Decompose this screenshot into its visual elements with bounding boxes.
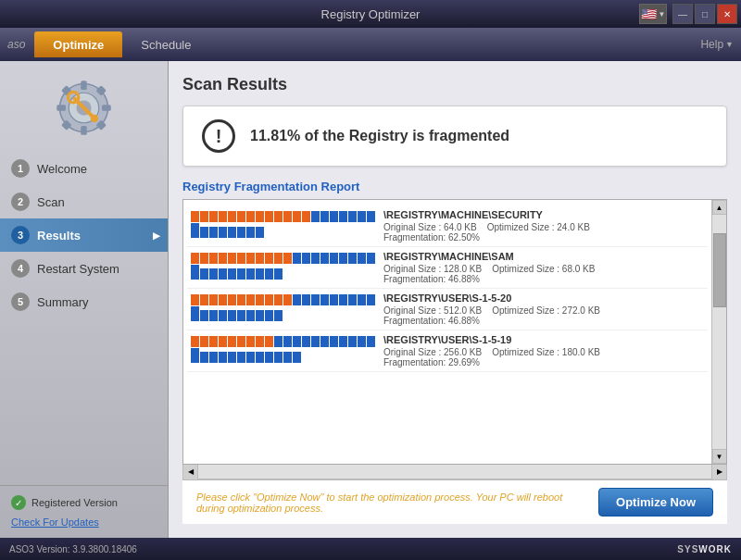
bar-cell xyxy=(293,352,301,363)
optimize-now-button[interactable]: Optimize Now xyxy=(598,488,713,516)
bar-cell xyxy=(228,310,236,321)
blue-bar-row-1 xyxy=(191,226,376,239)
scroll-right-button[interactable]: ▶ xyxy=(711,465,726,479)
bar-cell xyxy=(330,253,338,264)
orange-bar-row-2 xyxy=(191,253,376,266)
scroll-down-button[interactable]: ▼ xyxy=(712,449,727,464)
report-title: Registry Fragmentation Report xyxy=(182,180,727,193)
language-flag-button[interactable]: 🇺🇸 ▼ xyxy=(639,4,667,24)
brand-logo: SYSWORK xyxy=(677,544,732,554)
version-text: ASO3 Version: 3.9.3800.18406 xyxy=(9,544,137,554)
report-scrollbar[interactable]: ▲ ▼ xyxy=(711,200,726,464)
help-chevron-icon: ▼ xyxy=(725,40,734,49)
bar-cell xyxy=(237,310,245,321)
bar-cell xyxy=(348,336,357,347)
bar-cell xyxy=(358,253,366,264)
entry-3-details: Original Size : 512.0 KB Optimized Size … xyxy=(383,305,704,316)
bar-cell xyxy=(219,211,227,222)
bar-cell xyxy=(200,268,208,280)
check-updates-link[interactable]: Check For Updates xyxy=(11,516,99,528)
window-controls: — □ ✕ xyxy=(672,4,737,24)
nav-brand: aso xyxy=(7,38,25,51)
bar-cell xyxy=(265,253,273,264)
bar-cell xyxy=(293,211,301,222)
bar-cell xyxy=(209,227,218,238)
warning-icon: ! xyxy=(202,119,235,153)
bar-cell xyxy=(219,268,227,280)
bar-cell xyxy=(256,352,264,363)
bar-cell xyxy=(330,294,338,305)
help-link[interactable]: Help ▼ xyxy=(700,38,734,51)
chevron-right-icon: ▶ xyxy=(153,230,160,241)
tab-schedule[interactable]: Schedule xyxy=(122,31,209,57)
alert-text: 11.81% of the Registry is fragmented xyxy=(250,128,509,144)
bar-cell xyxy=(256,310,264,321)
sidebar: 1 Welcome 2 Scan 3 Results ▶ 4 Restart S… xyxy=(0,61,169,538)
entry-4-info: \REGISTRY\USER\S-1-5-19 Original Size : … xyxy=(383,334,704,367)
report-section: Registry Fragmentation Report xyxy=(182,180,727,479)
entry-2-frag: Fragmentation: 46.88% xyxy=(383,274,704,284)
entry-1-path: \REGISTRY\MACHINE\SECURITY xyxy=(383,209,704,220)
bar-cell xyxy=(228,211,236,222)
bar-cell xyxy=(209,253,218,264)
bar-cell xyxy=(330,211,338,222)
sidebar-item-restart[interactable]: 4 Restart System xyxy=(0,252,168,285)
bar-cell xyxy=(219,336,227,347)
bar-cell xyxy=(200,310,208,321)
brand-suffix: WORK xyxy=(698,544,732,554)
bar-cell xyxy=(265,310,273,321)
bar-cell xyxy=(274,268,283,280)
horizontal-scrollbar[interactable]: ◀ ▶ xyxy=(182,465,727,479)
scroll-left-button[interactable]: ◀ xyxy=(183,465,198,479)
bar-cell xyxy=(191,336,199,347)
bar-cell xyxy=(209,268,218,280)
minimize-button[interactable]: — xyxy=(672,4,693,24)
sidebar-item-welcome[interactable]: 1 Welcome xyxy=(0,152,168,185)
sidebar-item-summary[interactable]: 5 Summary xyxy=(0,285,168,318)
bar-cell xyxy=(237,211,245,222)
bar-cell xyxy=(237,336,245,347)
page-title: Scan Results xyxy=(182,75,727,94)
bar-cell xyxy=(265,294,273,305)
bar-cell xyxy=(274,310,283,321)
sidebar-num-1: 1 xyxy=(11,159,30,178)
sidebar-logo xyxy=(0,68,168,147)
maximize-button[interactable]: □ xyxy=(695,4,715,24)
bar-cell xyxy=(293,253,301,264)
bar-cell xyxy=(219,352,227,363)
registry-entry-3: \REGISTRY\USER\S-1-5-20 Original Size : … xyxy=(187,289,708,330)
bar-cell xyxy=(358,336,366,347)
bar-cell xyxy=(191,227,199,238)
sidebar-label-welcome: Welcome xyxy=(37,162,87,176)
scroll-up-button[interactable]: ▲ xyxy=(712,200,727,215)
registered-badge: ✓ Registered Version xyxy=(11,495,157,510)
bar-cell xyxy=(256,227,264,238)
bar-cell xyxy=(302,211,310,222)
bar-cell xyxy=(274,211,283,222)
bar-cell xyxy=(219,310,227,321)
entry-3-frag: Fragmentation: 46.88% xyxy=(383,316,704,326)
entry-1-bars xyxy=(191,209,376,243)
bar-cell xyxy=(283,253,292,264)
bar-cell xyxy=(191,253,199,264)
sidebar-item-results[interactable]: 3 Results ▶ xyxy=(0,218,168,252)
entry-1-details: Original Size : 64.0 KB Optimized Size :… xyxy=(383,222,704,232)
check-icon: ✓ xyxy=(11,495,26,510)
title-bar: Registry Optimizer 🇺🇸 ▼ — □ ✕ xyxy=(0,0,741,28)
report-scroll-content[interactable]: \REGISTRY\MACHINE\SECURITY Original Size… xyxy=(183,200,711,464)
svg-rect-4 xyxy=(81,126,87,135)
bar-cell xyxy=(265,268,273,280)
bar-cell xyxy=(348,253,357,264)
scrollbar-thumb[interactable] xyxy=(713,233,726,307)
sidebar-item-scan[interactable]: 2 Scan xyxy=(0,185,168,218)
sidebar-label-results: Results xyxy=(37,229,81,243)
entry-2-path: \REGISTRY\MACHINE\SAM xyxy=(383,251,704,262)
close-button[interactable]: ✕ xyxy=(717,4,737,24)
main-layout: 1 Welcome 2 Scan 3 Results ▶ 4 Restart S… xyxy=(0,61,741,538)
tab-optimize[interactable]: Optimize xyxy=(34,31,122,57)
bar-cell xyxy=(320,294,329,305)
bar-cell xyxy=(200,336,208,347)
bar-cell xyxy=(228,253,236,264)
sidebar-num-3: 3 xyxy=(11,226,30,244)
bottom-note-pre: Please click xyxy=(196,492,253,503)
